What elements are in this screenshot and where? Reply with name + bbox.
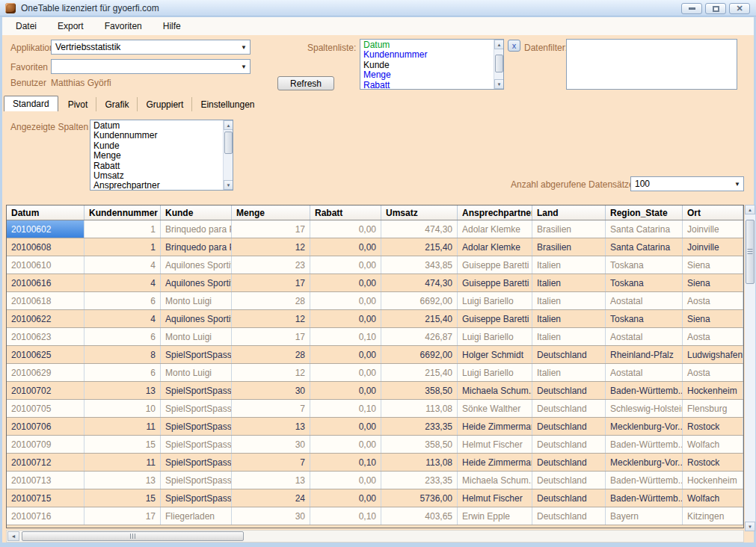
cell-kunde[interactable]: Fliegerladen bbox=[161, 507, 232, 525]
cell-umsatz[interactable]: 403,65 bbox=[381, 507, 458, 525]
column-header-kunde[interactable]: Kunde bbox=[161, 205, 232, 220]
cell-region_state[interactable]: Rheinland-Pfalz bbox=[606, 346, 683, 363]
cell-menge[interactable]: 30 bbox=[232, 382, 310, 399]
column-header-ort[interactable]: Ort bbox=[683, 205, 743, 220]
cell-menge[interactable]: 23 bbox=[232, 256, 310, 274]
cell-land[interactable]: Deutschland bbox=[532, 382, 606, 399]
clear-filter-button[interactable]: x bbox=[508, 40, 520, 52]
cell-region_state[interactable]: Aostatal bbox=[606, 364, 683, 381]
table-row[interactable]: 201006021Brinquedo para P...170,00474,30… bbox=[7, 220, 743, 238]
cell-datum[interactable]: 20100712 bbox=[7, 454, 84, 471]
table-row[interactable]: 2010070611SpielSportSpass ...130,00233,3… bbox=[7, 418, 743, 436]
table-row[interactable]: 201006258SpielSportSpass ...280,006692,0… bbox=[7, 346, 743, 364]
cell-ansprechpartner[interactable]: Helmut Fischer bbox=[458, 489, 532, 507]
column-header-kundennummer[interactable]: Kundennummer bbox=[84, 205, 161, 220]
tab-einstellungen[interactable]: Einstellungen bbox=[192, 97, 262, 111]
scroll-up-icon[interactable]: ▲ bbox=[494, 40, 504, 49]
cell-ort[interactable]: Ludwigshafen a bbox=[683, 346, 743, 363]
spaltenliste-scrollbar[interactable]: ▲ ▼ bbox=[494, 40, 503, 89]
cell-land[interactable]: Deutschland bbox=[532, 489, 606, 507]
cell-umsatz[interactable]: 6692,00 bbox=[381, 292, 458, 309]
cell-region_state[interactable]: Aostatal bbox=[606, 292, 683, 309]
cell-datum[interactable]: 20100716 bbox=[7, 507, 84, 525]
cell-ansprechpartner[interactable]: Heide Zimmermann bbox=[458, 454, 532, 471]
cell-kunde[interactable]: Brinquedo para P... bbox=[161, 220, 232, 238]
cell-kundennummer[interactable]: 1 bbox=[84, 238, 161, 256]
cell-kundennummer[interactable]: 11 bbox=[84, 418, 161, 435]
cell-ort[interactable]: Aosta bbox=[683, 328, 743, 345]
cell-ort[interactable]: Rostock bbox=[683, 418, 743, 435]
table-row[interactable]: 2010071617Fliegerladen300,10403,65Erwin … bbox=[7, 507, 743, 525]
cell-region_state[interactable]: Baden-Württemb... bbox=[606, 472, 683, 489]
cell-region_state[interactable]: Toskana bbox=[606, 256, 683, 274]
cell-land[interactable]: Italien bbox=[532, 364, 606, 381]
cell-ort[interactable]: Wolfach bbox=[683, 436, 743, 453]
scroll-up-icon[interactable]: ▲ bbox=[745, 205, 755, 214]
cell-ort[interactable]: Siena bbox=[683, 274, 743, 291]
cell-menge[interactable]: 17 bbox=[232, 328, 310, 345]
cell-rabatt[interactable]: 0,00 bbox=[310, 346, 381, 363]
cell-ansprechpartner[interactable]: Guiseppe Baretti bbox=[458, 274, 532, 291]
cell-kundennummer[interactable]: 13 bbox=[84, 472, 161, 489]
cell-datum[interactable]: 20100629 bbox=[7, 364, 84, 381]
cell-land[interactable]: Brasilien bbox=[532, 220, 606, 238]
cell-rabatt[interactable]: 0,00 bbox=[310, 418, 381, 435]
cell-kunde[interactable]: SpielSportSpass ... bbox=[161, 400, 232, 417]
cell-ansprechpartner[interactable]: Luigi Bariello bbox=[458, 292, 532, 309]
list-item-kunde[interactable]: Kunde bbox=[360, 61, 494, 70]
close-button[interactable]: ✕ bbox=[729, 3, 750, 14]
column-header-region_state[interactable]: Region_State bbox=[606, 205, 683, 220]
cell-datum[interactable]: 20100622 bbox=[7, 310, 84, 327]
cell-umsatz[interactable]: 5736,00 bbox=[381, 489, 458, 507]
tab-pivot[interactable]: Pivot bbox=[60, 97, 97, 111]
cell-kundennummer[interactable]: 4 bbox=[84, 256, 161, 274]
cell-region_state[interactable]: Santa Catarina bbox=[606, 220, 683, 238]
cell-ansprechpartner[interactable]: Sönke Walther bbox=[458, 400, 532, 417]
cell-kunde[interactable]: SpielSportSpass ... bbox=[161, 472, 232, 489]
tab-grafik[interactable]: Grafik bbox=[96, 97, 138, 111]
menu-item-favoriten[interactable]: Favoriten bbox=[105, 21, 142, 31]
cell-datum[interactable]: 20100616 bbox=[7, 274, 84, 291]
cell-ort[interactable]: Wolfach bbox=[683, 489, 743, 507]
cell-ansprechpartner[interactable]: Luigi Bariello bbox=[458, 328, 532, 345]
cell-ort[interactable]: Hockenheim bbox=[683, 472, 743, 489]
cell-ort[interactable]: Rostock bbox=[683, 454, 743, 471]
cell-kunde[interactable]: SpielSportSpass ... bbox=[161, 418, 232, 435]
table-row[interactable]: 2010070213SpielSportSpass ...300,00358,5… bbox=[7, 382, 743, 400]
cell-menge[interactable]: 30 bbox=[232, 507, 310, 525]
cell-rabatt[interactable]: 0,00 bbox=[310, 364, 381, 381]
cell-land[interactable]: Brasilien bbox=[532, 238, 606, 256]
column-header-menge[interactable]: Menge bbox=[232, 205, 310, 220]
cell-datum[interactable]: 20100625 bbox=[7, 346, 84, 363]
scroll-down-icon[interactable]: ▼ bbox=[745, 522, 755, 531]
cell-kunde[interactable]: SpielSportSpass ... bbox=[161, 346, 232, 363]
cell-kundennummer[interactable]: 6 bbox=[84, 364, 161, 381]
menu-item-export[interactable]: Export bbox=[58, 21, 84, 31]
cell-kundennummer[interactable]: 15 bbox=[84, 436, 161, 453]
cell-kundennummer[interactable]: 4 bbox=[84, 274, 161, 291]
maximize-button[interactable] bbox=[705, 3, 726, 14]
cell-datum[interactable]: 20100608 bbox=[7, 238, 84, 256]
cell-kunde[interactable]: Brinquedo para P... bbox=[161, 238, 232, 256]
cell-region_state[interactable]: Mecklenburg-Vor... bbox=[606, 418, 683, 435]
cell-region_state[interactable]: Baden-Württemb... bbox=[606, 436, 683, 453]
spaltenliste-listbox[interactable]: DatumKundennummerKundeMengeRabatt ▲ ▼ bbox=[360, 39, 504, 90]
cell-menge[interactable]: 13 bbox=[232, 418, 310, 435]
list-item-menge[interactable]: Menge bbox=[90, 151, 223, 161]
cell-menge[interactable]: 17 bbox=[232, 274, 310, 291]
cell-ansprechpartner[interactable]: Heide Zimmermann bbox=[458, 418, 532, 435]
cell-kundennummer[interactable]: 13 bbox=[84, 382, 161, 399]
list-item-rabatt[interactable]: Rabatt bbox=[90, 161, 223, 171]
scroll-left-icon[interactable]: ◄ bbox=[7, 531, 19, 541]
cell-umsatz[interactable]: 474,30 bbox=[381, 274, 458, 291]
cell-kunde[interactable]: Monto Luigi bbox=[161, 364, 232, 381]
list-item-umsatz[interactable]: Umsatz bbox=[90, 171, 223, 181]
cell-region_state[interactable]: Toskana bbox=[606, 310, 683, 327]
cell-kundennummer[interactable]: 6 bbox=[84, 328, 161, 345]
cell-rabatt[interactable]: 0,10 bbox=[310, 328, 381, 345]
table-row[interactable]: 201006296Monto Luigi120,00215,40Luigi Ba… bbox=[7, 364, 743, 382]
cell-datum[interactable]: 20100709 bbox=[7, 436, 84, 453]
cell-ansprechpartner[interactable]: Adolar Klemke bbox=[458, 238, 532, 256]
cell-ansprechpartner[interactable]: Michaela Schum... bbox=[458, 382, 532, 399]
tab-gruppiert[interactable]: Gruppiert bbox=[138, 97, 192, 111]
